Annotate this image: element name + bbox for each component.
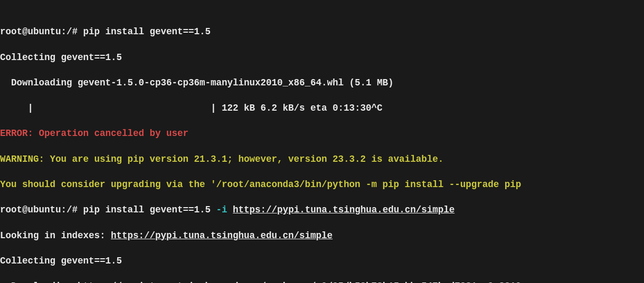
line-warning1a: WARNING: You are using pip version 21.3.… (0, 153, 644, 165)
line-looking: Looking in indexes: https://pypi.tuna.ts… (0, 229, 644, 242)
line-warning1b: You should consider upgrading via the '/… (0, 178, 644, 191)
line-prev-cmd: root@ubuntu:/# pip install gevent==1.5 (0, 25, 644, 38)
line-error: ERROR: Operation cancelled by user (0, 127, 644, 140)
line-progress1: | | 122 kB 6.2 kB/s eta 0:13:30^C (0, 102, 644, 114)
mirror-url[interactable]: https://pypi.tuna.tsinghua.edu.cn/simple (233, 204, 454, 215)
line-collecting2: Collecting gevent==1.5 (0, 255, 644, 267)
line-collecting1: Collecting gevent==1.5 (0, 51, 644, 64)
line-downloading2: Downloading https://pypi.tuna.tsinghua.e… (0, 280, 644, 283)
line-downloading1: Downloading gevent-1.5.0-cp36-cp36m-many… (0, 76, 644, 89)
download-url[interactable]: https://pypi.tuna.tsinghua.edu.cn/packag… (78, 281, 521, 283)
terminal-output: root@ubuntu:/# pip install gevent==1.5 C… (0, 13, 644, 283)
line-prompt2: root@ubuntu:/# pip install gevent==1.5 -… (0, 203, 644, 216)
index-url[interactable]: https://pypi.tuna.tsinghua.edu.cn/simple (111, 230, 333, 241)
